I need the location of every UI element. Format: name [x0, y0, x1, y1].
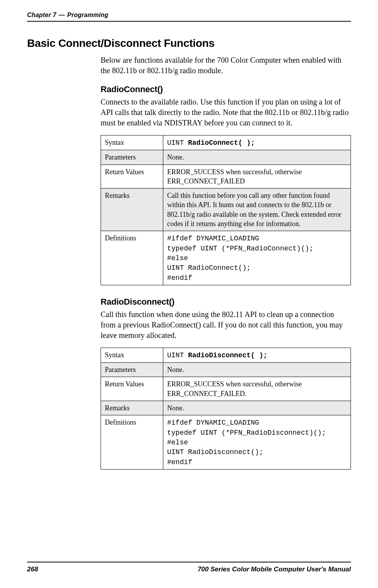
syntax-label: Syntax — [101, 135, 163, 150]
radiodisconnect-table: Syntax UINT RadioDisconnect( ); Paramete… — [101, 348, 351, 470]
table-row: Return Values ERROR_SUCCESS when success… — [101, 165, 351, 189]
radioconnect-title: RadioConnect() — [101, 84, 351, 94]
page-number: 268 — [27, 566, 38, 573]
syntax-prefix: UINT — [167, 139, 188, 147]
table-row: Definitions #ifdef DYNAMIC_LOADING typed… — [101, 415, 351, 469]
running-header: Chapter 7—Programming — [27, 12, 351, 19]
parameters-label: Parameters — [101, 150, 163, 165]
definitions-value: #ifdef DYNAMIC_LOADING typedef UINT (*PF… — [163, 415, 351, 469]
parameters-value: None. — [163, 150, 351, 165]
definitions-label: Definitions — [101, 231, 163, 285]
table-row: Return Values ERROR_SUCCESS when success… — [101, 377, 351, 401]
radiodisconnect-title: RadioDisconnect() — [101, 297, 351, 307]
remarks-value: None. — [163, 401, 351, 415]
definitions-code: #ifdef DYNAMIC_LOADING typedef UINT (*PF… — [167, 419, 326, 466]
header-dash: — — [59, 12, 65, 18]
parameters-value: None. — [163, 363, 351, 377]
table-row: Remarks Call this function before you ca… — [101, 189, 351, 231]
syntax-value: UINT RadioConnect( ); — [163, 135, 351, 150]
section-title: Basic Connect/Disconnect Functions — [27, 37, 351, 50]
header-rule — [27, 21, 351, 22]
footer: 268 700 Series Color Mobile Computer Use… — [27, 562, 351, 573]
remarks-label: Remarks — [101, 189, 163, 231]
definitions-code: #ifdef DYNAMIC_LOADING typedef UINT (*PF… — [167, 235, 313, 281]
manual-title: 700 Series Color Mobile Computer User's … — [198, 566, 351, 573]
table-row: Syntax UINT RadioDisconnect( ); — [101, 348, 351, 362]
radioconnect-desc: Connects to the available radio. Use thi… — [101, 97, 351, 128]
table-row: Syntax UINT RadioConnect( ); — [101, 135, 351, 150]
definitions-label: Definitions — [101, 415, 163, 469]
footer-rule — [27, 562, 351, 562]
table-row: Remarks None. — [101, 401, 351, 415]
syntax-label: Syntax — [101, 348, 163, 362]
table-row: Parameters None. — [101, 150, 351, 165]
returnvalues-label: Return Values — [101, 377, 163, 401]
returnvalues-value: ERROR_SUCCESS when successful, otherwise… — [163, 377, 351, 401]
radioconnect-table: Syntax UINT RadioConnect( ); Parameters … — [101, 135, 351, 285]
syntax-code: RadioConnect( ); — [188, 139, 255, 147]
table-row: Definitions #ifdef DYNAMIC_LOADING typed… — [101, 231, 351, 285]
page: Chapter 7—Programming Basic Connect/Disc… — [0, 0, 378, 588]
chapter-label: Chapter 7 — [27, 12, 56, 18]
body-block: Below are functions available for the 70… — [101, 55, 351, 470]
footer-row: 268 700 Series Color Mobile Computer Use… — [27, 566, 351, 573]
syntax-code: RadioDisconnect( ); — [188, 351, 267, 359]
returnvalues-label: Return Values — [101, 165, 163, 189]
table-row: Parameters None. — [101, 363, 351, 377]
definitions-value: #ifdef DYNAMIC_LOADING typedef UINT (*PF… — [163, 231, 351, 285]
parameters-label: Parameters — [101, 363, 163, 377]
returnvalues-value: ERROR_SUCCESS when successful, otherwise… — [163, 165, 351, 189]
radiodisconnect-desc: Call this function when done using the 8… — [101, 309, 351, 341]
remarks-label: Remarks — [101, 401, 163, 415]
chapter-topic: Programming — [67, 12, 108, 18]
remarks-value: Call this function before you call any o… — [163, 189, 351, 231]
section-intro: Below are functions available for the 70… — [101, 55, 351, 76]
syntax-value: UINT RadioDisconnect( ); — [163, 348, 351, 362]
syntax-prefix: UINT — [167, 351, 188, 359]
